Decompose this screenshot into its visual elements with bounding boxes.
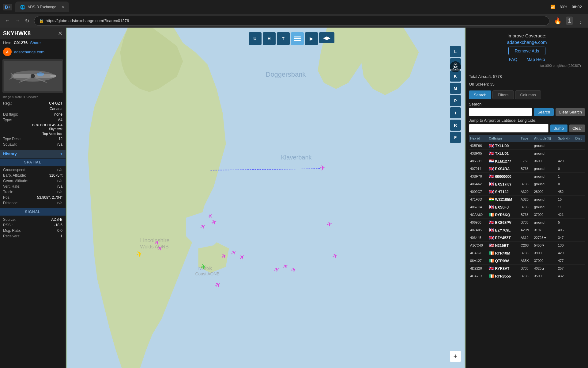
cell-dist: [574, 142, 585, 150]
table-row[interactable]: 4CA707 🇮🇪 RYR8556 B738 35000 432: [469, 272, 585, 280]
clear-button[interactable]: Clear: [569, 125, 585, 132]
zoom-in-button[interactable]: +: [450, 351, 461, 362]
i-button[interactable]: I: [450, 107, 461, 118]
refresh-icon[interactable]: ↻: [25, 17, 29, 24]
table-row[interactable]: 471F8D 🇮🇳 WZZ105M A320 ground 15: [469, 196, 585, 203]
layers-button[interactable]: [291, 32, 304, 45]
left-panel: SKYHWK8 ✕ Hex: C01276 Share A adsbchange…: [0, 28, 66, 368]
flame-icon[interactable]: 🔥: [554, 17, 562, 25]
r-button[interactable]: R: [450, 120, 461, 131]
receivers-label: Receivers:: [3, 234, 21, 238]
cell-dist: [574, 173, 585, 180]
history-header[interactable]: History +: [0, 150, 66, 158]
cell-altitude: ground: [533, 142, 557, 150]
table-header: Hex id Callsign Type Altitude(ft) Spd(kt…: [469, 135, 585, 142]
source-label: Source:: [3, 217, 16, 222]
cell-hex: 4855D1: [469, 157, 488, 165]
faq-link[interactable]: FAQ: [509, 57, 518, 62]
cell-callsign: 🇮🇪 RYR4XM: [488, 249, 519, 257]
browser-tab[interactable]: 🌐 ADS-B Exchange ✕: [15, 2, 69, 12]
tab-filters[interactable]: Filters: [492, 90, 514, 99]
callsign-text: EXS17KY: [495, 182, 511, 186]
clear-search-button[interactable]: Clear Search: [556, 108, 585, 116]
table-row[interactable]: 4855D1 🇳🇱 KLM1277 E75L 36000 429: [469, 157, 585, 165]
url-bar[interactable]: 🔒 https://globe.adsbexchange.com/?icao=c…: [34, 16, 549, 26]
image-credit: Image © Marcus Klockner: [0, 95, 66, 99]
reg-label: Reg.:: [3, 101, 12, 105]
squawk-value: n/a: [57, 142, 62, 147]
share-link[interactable]: Share: [30, 40, 41, 45]
m-button[interactable]: M: [450, 83, 461, 94]
receivers-value: 1: [60, 234, 62, 238]
track-label: Track:: [3, 190, 13, 194]
track-value: n/a: [57, 190, 62, 194]
distance-value: n/a: [57, 201, 62, 205]
table-row[interactable]: 406445 🇬🇧 EZY45ZT A319 22725▼ 347: [469, 234, 585, 242]
p-button[interactable]: P: [450, 95, 461, 106]
adsb-link[interactable]: adsbchange.com: [14, 50, 44, 54]
table-row[interactable]: 43BF95 🇬🇧 TXLU01 ground: [469, 150, 585, 157]
menu-icon[interactable]: ⋮: [577, 17, 583, 25]
notification-icon[interactable]: 1: [566, 17, 573, 25]
squawk-row: Squawk: n/a: [3, 142, 62, 147]
table-row[interactable]: 406900 🇬🇧 EXS68PV B738 ground 5: [469, 219, 585, 226]
settings-button[interactable]: [450, 61, 461, 72]
jump-input[interactable]: [469, 124, 548, 132]
table-row[interactable]: 4D2220 🇬🇧 RYR8VT B738 4025▲ 257: [469, 265, 585, 272]
u-button[interactable]: U: [249, 32, 262, 45]
table-row[interactable]: 4067C4 🇬🇧 EXS6FJ B733 ground 11: [469, 203, 585, 211]
callsign-text: KLM1277: [495, 159, 511, 163]
search-input[interactable]: [469, 108, 532, 116]
l-button[interactable]: L: [450, 46, 461, 57]
table-row[interactable]: A1CC40 🇺🇸 N215BT C208 5450▼ 130: [469, 242, 585, 249]
table-row[interactable]: 4CA626 🇮🇪 RYR4XM B738 39000 429: [469, 249, 585, 257]
table-row[interactable]: 406A62 🇬🇧 EXS17KY B738 ground 0: [469, 180, 585, 188]
svg-text:✈: ✈: [319, 164, 326, 172]
search-button[interactable]: Search: [534, 108, 554, 116]
map-svg: Lincolnshire Wolds AONB Norfolk Coast AO…: [66, 28, 466, 368]
map-area[interactable]: Lincolnshire Wolds AONB Norfolk Coast AO…: [66, 28, 466, 368]
cell-hex: 407914: [469, 165, 488, 173]
improve-link[interactable]: adsbexchange.com: [507, 40, 547, 45]
callsign-text: N215BT: [495, 243, 509, 248]
table-row[interactable]: 4009C7 🇬🇧 SHT12J A320 28000 452: [469, 188, 585, 196]
back-icon[interactable]: ←: [5, 17, 10, 24]
table-row[interactable]: 407A05 🇬🇧 EZY769L A20N 31975 405: [469, 226, 585, 234]
h-button[interactable]: H: [263, 32, 276, 45]
cell-callsign: 🇬🇧 TXLU01: [488, 150, 519, 157]
aircraft-image: [2, 59, 63, 93]
table-row[interactable]: 43BF96 🇬🇧 TXLU00 ground: [469, 142, 585, 150]
cell-speed: 0: [557, 180, 574, 188]
groundspeed-label: Groundspeed:: [3, 168, 26, 172]
forward-icon[interactable]: →: [15, 17, 20, 24]
cell-type: [519, 142, 533, 150]
cell-hex: 4D2220: [469, 265, 488, 272]
cell-altitude: 39000: [533, 249, 557, 257]
toggle-button[interactable]: ◀▶: [319, 32, 334, 43]
f-button[interactable]: F: [450, 132, 461, 143]
table-row[interactable]: 43BF70 🇬🇧 00000000 ground 1: [469, 173, 585, 180]
cell-type: A20N: [519, 226, 533, 234]
table-row[interactable]: 06A127 🇮🇪 QTR09A A35K 37000 477: [469, 257, 585, 265]
cell-altitude: 37000: [533, 211, 557, 219]
remove-ads-button[interactable]: Remove Ads: [508, 47, 545, 55]
browser-chrome: B+ 🌐 ADS-B Exchange ✕ 📶 80% 08:02 ← → ↻ …: [0, 0, 588, 28]
jump-button[interactable]: Jump: [550, 125, 567, 132]
cell-dist: [574, 203, 585, 211]
tab-search[interactable]: Search: [469, 90, 491, 99]
tab-columns[interactable]: Columns: [515, 90, 541, 99]
rssi-row: RSSI: -18.6: [3, 222, 62, 228]
callsign-text: TXLU00: [495, 144, 509, 148]
svg-text:Wolds AONB: Wolds AONB: [140, 244, 169, 249]
type-row: Type: A4: [3, 117, 62, 123]
vert-rate-row: Vert. Rate: n/a: [3, 184, 62, 189]
forward-button[interactable]: ▶: [305, 32, 318, 45]
map-help-link[interactable]: Map Help: [527, 57, 545, 62]
table-row[interactable]: 4CAA60 🇮🇪 RYR6KQ B738 37000 421: [469, 211, 585, 219]
close-button[interactable]: ✕: [58, 30, 62, 37]
source-row: Source: ADS-B: [3, 217, 62, 222]
cell-hex: 43BF96: [469, 142, 488, 150]
t-button[interactable]: T: [277, 32, 290, 45]
svg-text:Coast AONB: Coast AONB: [195, 271, 220, 276]
table-row[interactable]: 407914 🇬🇧 EXS4BA B738 ground 0: [469, 165, 585, 173]
